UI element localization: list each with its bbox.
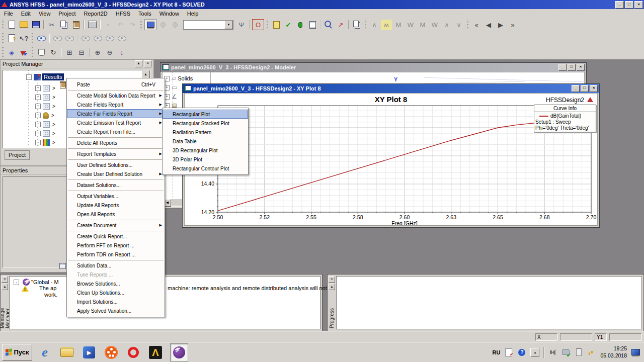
menu-item-apply-solved-variation[interactable]: Apply Solved Variation... <box>67 306 165 315</box>
menu-item-user-defined-solutions[interactable]: User Defined Solutions... <box>67 160 165 169</box>
usb-device-icon[interactable] <box>561 348 570 357</box>
menu-item-rectangular-contour-plot[interactable]: Rectangular Contour Plot <box>163 164 248 173</box>
menu-hfss[interactable]: HFSS <box>112 10 134 17</box>
save-button[interactable] <box>30 20 41 30</box>
menu-item-clean-up-solutions[interactable]: Clean Up Solutions... <box>67 288 165 297</box>
help-tray-icon[interactable] <box>517 348 526 357</box>
expand-icon[interactable]: + <box>35 131 41 136</box>
cut-button[interactable]: ✂ <box>46 20 57 30</box>
prev-frame-button[interactable]: ◀ <box>483 20 494 30</box>
zoom-out-rect-button[interactable]: ⊟ <box>76 47 87 57</box>
wave-7-button[interactable]: ∧ <box>441 20 452 30</box>
show-all-visibility-button[interactable] <box>36 33 47 43</box>
visibility-1-button[interactable] <box>80 33 91 43</box>
menu-item-create-report-from-file[interactable]: Create Report From File... <box>67 127 165 136</box>
show-selection-button[interactable] <box>64 33 75 43</box>
zoom-in-button[interactable]: ⊕ <box>92 47 103 57</box>
hide-selection-button[interactable] <box>52 33 63 43</box>
expand-icon[interactable]: + <box>35 95 41 100</box>
tab-project[interactable]: Project <box>5 150 30 160</box>
menu-item-solution-data[interactable]: Solution Data... <box>67 261 165 270</box>
menu-item-update-all-reports[interactable]: Update All Reports <box>67 201 165 210</box>
film-reel-icon[interactable] <box>104 345 119 360</box>
menu-tools[interactable]: Tools <box>134 10 155 17</box>
opera-icon[interactable] <box>126 345 141 360</box>
menu-item-data-table[interactable]: Data Table <box>163 137 248 146</box>
wave-8-button[interactable]: ∨ <box>453 20 464 30</box>
open-project-button[interactable] <box>18 20 29 30</box>
menu-item-create-emission-test-report[interactable]: Create Emission Test Report▶ <box>67 118 165 127</box>
panel-close-button[interactable]: × <box>144 60 151 67</box>
menu-report2d[interactable]: Report2D <box>80 10 112 17</box>
network-signal-icon[interactable] <box>587 348 596 357</box>
variable-combobox[interactable]: ▼ <box>183 20 233 30</box>
menu-item-radiation-pattern[interactable]: Radiation Pattern <box>163 128 248 137</box>
connector-a-button[interactable] <box>157 20 169 30</box>
menu-project[interactable]: Project <box>54 10 79 17</box>
menu-item-report-templates[interactable]: Report Templates▶ <box>67 149 165 158</box>
last-frame-button[interactable]: » <box>507 20 518 30</box>
menu-item-rectangular-stacked-plot[interactable]: Rectangular Stacked Plot <box>163 119 248 128</box>
panel-close-button[interactable]: × <box>329 276 335 283</box>
wave-5-button[interactable]: M <box>417 20 428 30</box>
menu-item-create-quick-report[interactable]: Create Quick Report... <box>67 232 165 241</box>
panel-collapse-button[interactable]: ▴ <box>2 284 8 290</box>
model-tree-button[interactable]: Ψ <box>236 20 247 30</box>
media-player-icon[interactable] <box>82 345 97 360</box>
expand-icon[interactable]: + <box>35 122 41 127</box>
pan-button[interactable] <box>36 47 47 57</box>
connector-b-button[interactable] <box>170 20 181 30</box>
display-settings-icon[interactable] <box>631 348 640 357</box>
menu-item-perform-tdr-on-report[interactable]: Perform TDR on Report ... <box>67 250 165 259</box>
add-note-button[interactable] <box>271 20 282 30</box>
menu-item-3d-rectangular-plot[interactable]: 3D Rectangular Plot <box>163 146 248 155</box>
zero-order-button[interactable]: O <box>252 19 264 30</box>
delete-button[interactable]: × <box>103 20 114 30</box>
ie-icon[interactable]: e <box>37 345 52 360</box>
visibility-3-button[interactable] <box>104 33 115 43</box>
expand-icon[interactable]: + <box>35 113 41 118</box>
menu-item-rectangular-plot[interactable]: Rectangular Plot <box>163 110 248 119</box>
validate-button[interactable]: ✔ <box>283 20 294 30</box>
analyze-all-button[interactable] <box>295 20 306 30</box>
new-project-button[interactable] <box>6 20 17 30</box>
xy-plot-title-bar[interactable]: panel_mimo2600_V_3 - HFSSDesign2 - XY Pl… <box>183 84 599 93</box>
solution-report-button[interactable] <box>307 20 318 30</box>
wave-2-button[interactable]: ʍ <box>381 20 392 30</box>
paste-button[interactable] <box>70 20 82 30</box>
panel-close-button[interactable]: × <box>2 276 8 283</box>
redo-button[interactable]: ↷ <box>127 20 138 30</box>
menu-item-import-solutions[interactable]: Import Solutions... <box>67 297 165 306</box>
create-report-button[interactable]: ↗ <box>335 20 346 30</box>
modeler-title-bar[interactable]: panel_mimo2600_V_3 - HFSSDesign2 - Model… <box>160 63 586 72</box>
wave-4-button[interactable]: W <box>405 20 416 30</box>
print-button[interactable] <box>87 20 98 30</box>
maximize-button[interactable]: □ <box>625 1 633 9</box>
expand-icon[interactable]: + <box>35 104 41 109</box>
menu-item-create-modal-solution-data-report[interactable]: Create Modal Solution Data Report▶ <box>67 91 165 100</box>
zoom-in-rect-button[interactable]: ⊞ <box>64 47 75 57</box>
wave-3-button[interactable]: M <box>393 20 404 30</box>
collapse-icon[interactable]: - <box>14 280 19 285</box>
visibility-4-button[interactable] <box>116 33 127 43</box>
panel-collapse-button[interactable]: ▴ <box>135 60 142 67</box>
menu-help[interactable]: Help <box>183 10 203 17</box>
orientation-button[interactable] <box>18 47 29 57</box>
visibility-2-button[interactable] <box>92 33 103 43</box>
wave-1-button[interactable]: ∧ <box>369 20 380 30</box>
close-button[interactable]: × <box>634 1 643 9</box>
battery-icon[interactable] <box>574 348 583 357</box>
copy-image-button[interactable] <box>351 20 362 30</box>
collapse-icon[interactable]: - <box>35 140 41 145</box>
context-help-button[interactable]: ↖? <box>18 33 29 43</box>
copy-button[interactable] <box>58 20 69 30</box>
select-view-button[interactable] <box>144 19 156 30</box>
maximize-button[interactable]: □ <box>581 85 589 92</box>
dropdown-icon[interactable]: ▼ <box>224 21 233 29</box>
next-frame-button[interactable]: ▶ <box>495 20 506 30</box>
help-topics-button[interactable] <box>6 33 17 43</box>
menu-item-create-document[interactable]: Create Document▶ <box>67 221 165 230</box>
minimize-button[interactable]: _ <box>572 85 580 92</box>
menu-item-open-all-reports[interactable]: Open All Reports <box>67 210 165 219</box>
maximize-button[interactable]: □ <box>568 64 576 71</box>
